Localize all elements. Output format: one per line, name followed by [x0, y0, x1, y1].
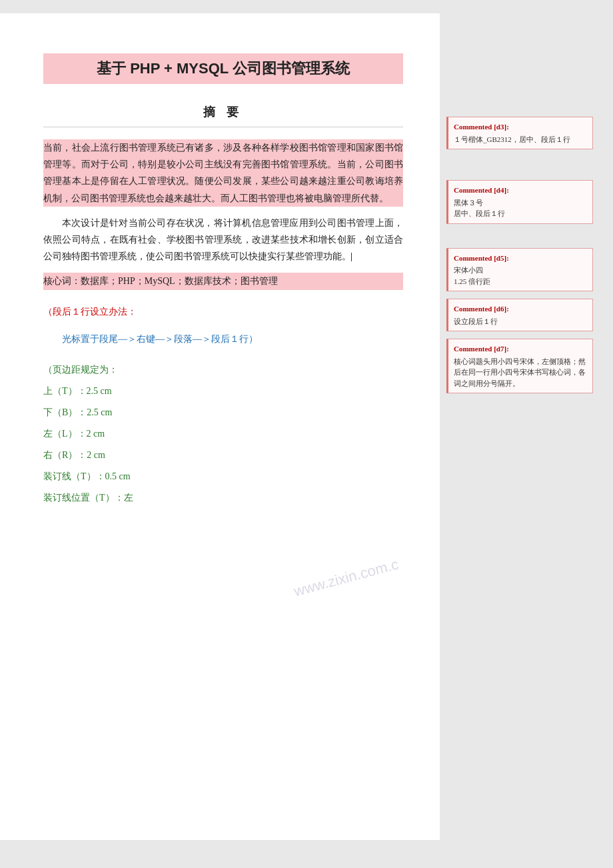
document-page: 基于 PHP + MYSQL 公司图书管理系统 摘 要 当前，社会上流行图书管理… [0, 13, 440, 840]
settings-item-2: 左（L）：2 cm [43, 425, 403, 443]
section-hint: （段后１行设立办法： [43, 303, 403, 320]
comment-d4: Commented [d4]: 黑体３号居中、段后１行 [446, 180, 593, 224]
settings-list: 上（T）：2.5 cm 下（B）：2.5 cm 左（L）：2 cm 右（R）：2… [43, 382, 403, 507]
comment-d4-label: Commented [d4]: [454, 185, 587, 196]
settings-item-1: 下（B）：2.5 cm [43, 403, 403, 422]
instruction-text: 光标置于段尾—＞右键—＞段落—＞段后１行） [43, 331, 403, 347]
comment-d4-text: 黑体３号居中、段后１行 [454, 199, 505, 218]
comment-d6-label: Commented [d6]: [454, 303, 587, 315]
comment-d7-text: 核心词题头用小四号宋体，左侧顶格；然后在同一行用小四号宋体书写核心词，各词之间用… [454, 357, 586, 387]
settings-item-5: 装订线位置（T）：左 [43, 489, 403, 507]
comment-d5: Commented [d5]: 宋体小四1.25 倍行距 [446, 248, 593, 292]
comment-d5-label: Commented [d5]: [454, 253, 587, 264]
comment-d3-label: Commented [d3]: [454, 121, 587, 133]
comment-d3-text: １号楷体_GB2312，居中、段后１行 [454, 135, 570, 143]
abstract-heading: 摘 要 [43, 104, 403, 127]
watermark: www.zixin.com.c [292, 556, 400, 601]
settings-label: （页边距规定为： [43, 361, 403, 379]
comment-d5-text: 宋体小四1.25 倍行距 [454, 266, 490, 285]
cursor-marker [351, 253, 352, 261]
settings-item-3: 右（R）：2 cm [43, 446, 403, 465]
comment-d3: Commented [d3]: １号楷体_GB2312，居中、段后１行 [446, 117, 593, 149]
settings-item-0: 上（T）：2.5 cm [43, 382, 403, 401]
paragraph-1: 当前，社会上流行图书管理系统已有诸多，涉及各种各样学校图书馆管理和国家图书馆管理… [43, 139, 403, 207]
document-title: 基于 PHP + MYSQL 公司图书管理系统 [43, 53, 403, 84]
sidebar-comments: Commented [d3]: １号楷体_GB2312，居中、段后１行 Comm… [440, 13, 593, 397]
comment-d7: Commented [d7]: 核心词题头用小四号宋体，左侧顶格；然后在同一行用… [446, 339, 593, 393]
keywords-line: 核心词：数据库；PHP；MySQL；数据库技术；图书管理 [43, 273, 403, 289]
comment-d6-text: 设立段后１行 [454, 317, 498, 325]
comment-d6: Commented [d6]: 设立段后１行 [446, 299, 593, 331]
paragraph-2: 本次设计是针对当前公司存在状况，将计算机信息管理应用到公司图书管理上面，依照公司… [43, 215, 403, 265]
settings-item-4: 装订线（T）：0.5 cm [43, 467, 403, 486]
comment-d7-label: Commented [d7]: [454, 343, 587, 355]
